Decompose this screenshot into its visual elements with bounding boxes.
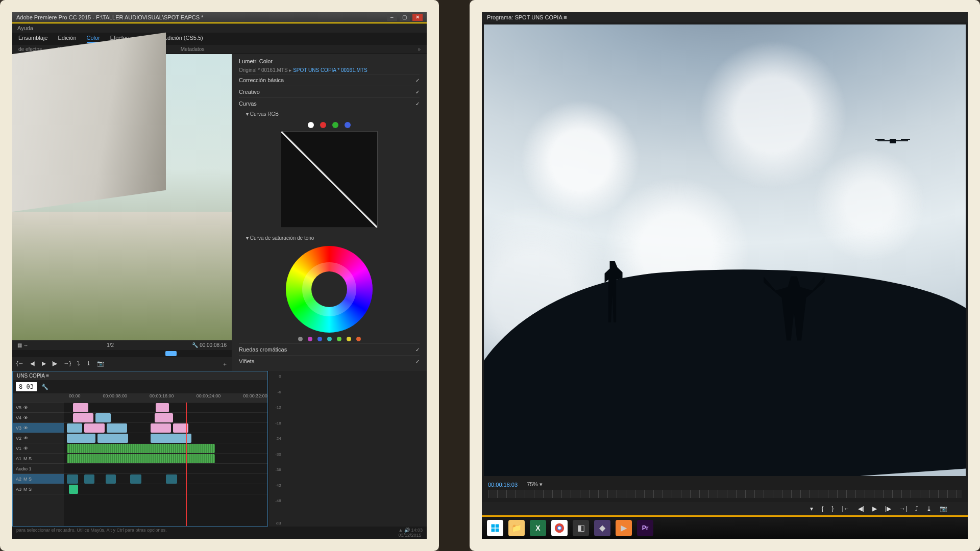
playhead[interactable]	[186, 403, 187, 526]
track-v5[interactable]: V5 👁	[13, 403, 64, 413]
check-icon[interactable]	[415, 77, 420, 83]
track-v4[interactable]: V4 👁	[13, 413, 64, 423]
section-vignette[interactable]: Viñeta	[239, 355, 420, 367]
subtab-metadata[interactable]: Metadatos	[181, 46, 205, 52]
track-audio1[interactable]: Audio 1	[13, 464, 64, 474]
close-button[interactable]: ✕	[412, 14, 423, 21]
chain-target[interactable]: SPOT UNS COPIA * 00161.MTS	[293, 67, 367, 73]
swatch-green[interactable]	[332, 122, 338, 128]
start-button[interactable]	[487, 520, 503, 536]
source-scrub-bar[interactable]	[12, 350, 232, 357]
clip[interactable]	[67, 454, 215, 463]
program-zoom[interactable]: 75% ▾	[527, 481, 543, 488]
clip[interactable]	[73, 413, 93, 422]
clip[interactable]	[84, 423, 105, 433]
mark-in-icon[interactable]: {←	[16, 360, 24, 368]
clip[interactable]	[67, 444, 215, 453]
export-frame-icon[interactable]: 📷	[97, 360, 104, 368]
taskbar-premiere[interactable]: Pr	[637, 520, 653, 536]
hue-dot[interactable]	[298, 337, 303, 341]
source-icons[interactable]: ▦ ↔	[17, 342, 29, 348]
menu-bar[interactable]: Ayuda	[12, 23, 427, 33]
program-timecode[interactable]: 00:00:18:03	[488, 482, 518, 488]
overwrite-icon[interactable]: ⤓	[86, 360, 91, 368]
fit-dropdown[interactable]: 1/2	[107, 342, 114, 348]
step-fwd-icon[interactable]: |▶	[885, 505, 891, 512]
track-a3[interactable]: A3 M S	[13, 484, 64, 494]
track-v2[interactable]: V2 👁	[13, 433, 64, 443]
hue-dot[interactable]	[317, 337, 322, 341]
tab-assembly[interactable]: Ensamblaje	[18, 35, 47, 43]
timeline-ruler[interactable]: 00:00 00:00:08:00 00:00:16:00 00:00:24:0…	[13, 393, 267, 403]
play-icon[interactable]: ▶	[42, 360, 46, 368]
maximize-button[interactable]: ▢	[400, 14, 410, 21]
clip[interactable]	[151, 434, 191, 443]
clip[interactable]	[84, 474, 94, 484]
go-out-icon[interactable]: →|	[899, 505, 907, 512]
hue-dot[interactable]	[337, 337, 341, 341]
taskbar-app-2[interactable]: ◆	[594, 520, 610, 536]
tab-editing[interactable]: Edición	[58, 35, 76, 43]
section-basic-correction[interactable]: Corrección básica	[239, 74, 420, 86]
hue-dot[interactable]	[327, 337, 332, 341]
check-icon[interactable]	[415, 346, 420, 353]
clip[interactable]	[151, 423, 171, 433]
track-v3[interactable]: V3 👁	[13, 423, 64, 433]
taskbar-excel[interactable]: X	[530, 520, 546, 536]
overflow-chevron-icon[interactable]: »	[418, 46, 421, 52]
track-a1[interactable]: A1 M S	[13, 454, 64, 464]
section-color-wheels[interactable]: Ruedas cromáticas	[239, 343, 420, 355]
add-marker-icon[interactable]: ▾	[810, 505, 813, 512]
clip[interactable]	[95, 413, 111, 422]
hue-saturation-wheel[interactable]	[286, 246, 373, 333]
taskbar-chrome[interactable]	[551, 520, 568, 536]
source-video-preview[interactable]	[12, 54, 232, 340]
step-fwd-icon[interactable]: |▶	[52, 360, 58, 368]
clip[interactable]	[130, 474, 141, 484]
check-icon[interactable]	[415, 89, 420, 95]
timeline-timecode[interactable]: 8 03	[16, 382, 37, 391]
clip[interactable]	[155, 413, 173, 422]
clip[interactable]	[67, 434, 95, 443]
clip[interactable]	[156, 403, 169, 412]
swatch-red[interactable]	[320, 122, 326, 128]
lift-icon[interactable]: ⤴	[915, 505, 918, 512]
section-creative[interactable]: Creativo	[239, 86, 420, 97]
clip[interactable]	[166, 474, 177, 484]
clip[interactable]	[69, 485, 78, 494]
add-button-icon[interactable]: ＋	[222, 360, 228, 368]
taskbar-app[interactable]: ◧	[573, 520, 589, 536]
source-scrub-handle[interactable]	[165, 351, 177, 356]
tab-cs55[interactable]: Edición (CS5.5)	[164, 35, 203, 43]
hue-dot[interactable]	[308, 337, 312, 341]
go-in-icon[interactable]: |←	[842, 505, 850, 512]
play-icon[interactable]: ▶	[872, 505, 877, 512]
mark-out-icon[interactable]: →}	[63, 360, 71, 368]
minimize-button[interactable]: –	[387, 14, 397, 21]
hue-dot[interactable]	[347, 337, 351, 341]
track-v1[interactable]: V1 👁	[13, 443, 64, 454]
clip[interactable]	[106, 474, 116, 484]
check-icon[interactable]	[415, 358, 420, 364]
clip[interactable]	[73, 403, 88, 412]
mark-in-icon[interactable]: {	[821, 505, 823, 512]
systray[interactable]: ▲ 🔊 14:0303/12/2015	[399, 528, 423, 538]
step-back-icon[interactable]: ◀|	[858, 505, 864, 512]
hue-dot[interactable]	[356, 337, 361, 341]
swatch-blue[interactable]	[345, 122, 351, 128]
clip[interactable]	[67, 423, 82, 433]
swatch-luma[interactable]	[308, 122, 314, 128]
extract-icon[interactable]: ⤓	[926, 505, 932, 512]
rgb-curve-editor[interactable]	[281, 131, 378, 228]
menu-help[interactable]: Ayuda	[17, 25, 33, 31]
subsection-rgb-curves[interactable]: Curvas RGB	[239, 109, 420, 119]
check-icon[interactable]	[415, 101, 420, 107]
track-a2[interactable]: A2 M S	[13, 474, 64, 484]
subsection-hue-saturation[interactable]: Curva de saturación de tono	[239, 233, 420, 243]
section-curves[interactable]: Curvas	[239, 97, 420, 109]
sequence-tab[interactable]: UNS COPIA	[17, 373, 44, 379]
program-video-preview[interactable]	[484, 24, 966, 476]
step-back-icon[interactable]: ◀|	[30, 360, 36, 368]
taskbar-media-player[interactable]: ▶	[616, 520, 632, 536]
mark-out-icon[interactable]: }	[831, 505, 834, 512]
